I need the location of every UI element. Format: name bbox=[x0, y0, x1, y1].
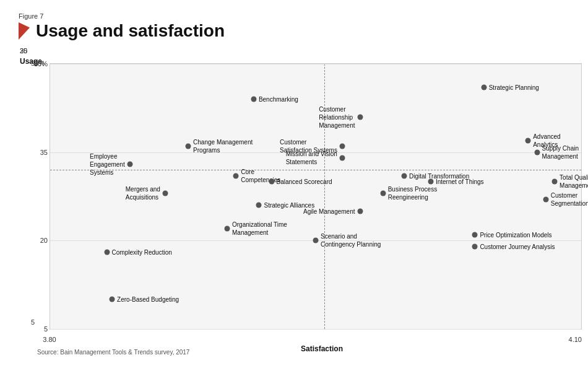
data-label-complexity-reduction: Complexity Reduction bbox=[112, 248, 172, 256]
y-tick-20: 20 bbox=[40, 237, 48, 244]
y-gridline bbox=[50, 329, 581, 330]
data-dot-price-optimization bbox=[472, 232, 478, 237]
data-label-agile: Agile Management bbox=[303, 207, 355, 215]
data-dot-advanced-analytics bbox=[525, 138, 531, 143]
data-label-supply-chain: Supply Chain Management bbox=[542, 144, 579, 160]
dashed-vertical-line bbox=[324, 64, 325, 329]
data-label-employee-engagement: Employee Engagement Systems bbox=[90, 152, 125, 176]
data-label-mergers-acquisitions: Mergers and Acquisitions bbox=[126, 185, 160, 201]
data-dot-core-competencies bbox=[233, 173, 239, 178]
data-label-price-optimization: Price Optimization Models bbox=[480, 230, 551, 239]
data-dot-crm bbox=[357, 114, 363, 120]
figure-label: Figure 7 bbox=[19, 12, 569, 20]
data-dot-scenario-planning bbox=[313, 238, 319, 243]
dashed-horizontal-line bbox=[50, 170, 581, 170]
data-label-benchmarking: Benchmarking bbox=[259, 95, 298, 103]
data-label-balanced-scorecard: Balanced Scorecard bbox=[277, 178, 332, 186]
data-label-org-time: Organizational Time Management bbox=[232, 221, 287, 237]
data-label-tqm: Total Quality Management bbox=[560, 173, 588, 190]
data-label-crm: Customer Relationship Management bbox=[319, 105, 355, 129]
data-dot-tqm bbox=[552, 179, 558, 185]
y-tick-20: 20 bbox=[20, 47, 27, 55]
data-dot-zero-based bbox=[110, 297, 115, 302]
data-dot-mission-vision bbox=[339, 155, 345, 161]
x-tick-380: 3.80 bbox=[43, 336, 56, 343]
data-dot-strategic-planning bbox=[481, 85, 486, 90]
data-label-customer-journey: Customer Journey Analysis bbox=[480, 242, 555, 250]
plot-container: BenchmarkingStrategic PlanningCustomer R… bbox=[50, 63, 582, 330]
x-tick-410: 4.10 bbox=[569, 336, 582, 343]
title-icon bbox=[19, 22, 30, 40]
data-label-strategic-planning: Strategic Planning bbox=[489, 84, 539, 92]
data-dot-supply-chain bbox=[534, 149, 540, 155]
y-tick-35: 35 bbox=[40, 149, 48, 156]
data-label-scenario-planning: Scenario and Contingency Planning bbox=[321, 232, 381, 248]
data-dot-agile bbox=[357, 208, 363, 214]
data-dot-benchmarking bbox=[251, 97, 256, 102]
data-dot-org-time bbox=[224, 226, 230, 232]
data-dot-customer-segmentation bbox=[543, 196, 548, 202]
data-label-core-competencies: Core Competencies bbox=[241, 168, 280, 184]
data-dot-change-management bbox=[186, 144, 191, 149]
y-tick-5: 5 bbox=[44, 325, 48, 333]
data-dot-mergers-acquisitions bbox=[162, 191, 168, 196]
data-label-zero-based: Zero-Based Budgeting bbox=[117, 296, 179, 304]
data-label-iot: Internet of Things bbox=[436, 178, 484, 186]
y-tick-5: 5 bbox=[31, 318, 35, 326]
data-dot-digital-transformation bbox=[401, 173, 407, 178]
data-dot-customer-journey bbox=[472, 243, 478, 249]
source-text: Source: Bain Management Tools & Trends s… bbox=[37, 349, 189, 356]
data-dot-strategic-alliances bbox=[256, 203, 262, 208]
data-dot-employee-engagement bbox=[127, 161, 132, 167]
data-label-change-management: Change Management Programs bbox=[193, 138, 253, 154]
x-axis-label: Satisfaction bbox=[301, 344, 343, 353]
data-dot-iot bbox=[428, 179, 433, 185]
data-dot-business-process bbox=[380, 191, 386, 196]
chart-title: Usage and satisfaction bbox=[36, 21, 225, 41]
title-container: Usage and satisfaction bbox=[19, 21, 569, 41]
data-label-customer-segmentation: Customer Segmentation bbox=[551, 191, 588, 208]
y-tick-50: 50% bbox=[34, 60, 48, 68]
data-dot-css bbox=[339, 144, 345, 149]
data-dot-complexity-reduction bbox=[104, 250, 110, 255]
data-dot-balanced-scorecard bbox=[269, 179, 274, 185]
chart-area: Usage 50% 35 20 5 BenchmarkingStrategic … bbox=[37, 51, 582, 354]
y-gridline bbox=[50, 64, 581, 64]
data-label-mission-vision: Mission and Vision Statements bbox=[286, 150, 337, 166]
data-label-business-process: Business Process Reengineering bbox=[388, 185, 437, 201]
